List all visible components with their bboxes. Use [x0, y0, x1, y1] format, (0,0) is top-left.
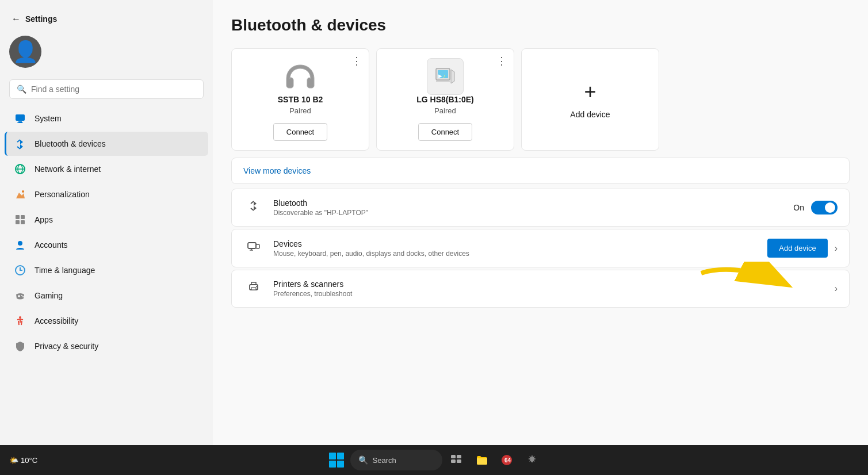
bluetooth-row-title: Bluetooth: [273, 198, 784, 208]
add-device-plus-icon: +: [584, 80, 596, 104]
search-box-icon: 🔍: [17, 85, 26, 94]
svg-text:64: 64: [504, 457, 511, 463]
taskbar-search-label: Search: [373, 456, 396, 465]
device-menu-dots-1[interactable]: ⋮: [351, 55, 362, 67]
add-device-label: Add device: [570, 110, 610, 119]
svg-rect-36: [457, 455, 461, 458]
sidebar-item-bluetooth[interactable]: Bluetooth & devices: [5, 132, 208, 156]
bluetooth-row-subtitle: Discoverable as "HP-LAPTOP": [273, 209, 784, 217]
device-card-media: ⋮ ▶ ♪ LG HS8(B1:0E) Paired Connect: [376, 48, 514, 151]
sidebar-item-accessibility-label: Accessibility: [35, 316, 78, 325]
devices-settings-row[interactable]: Devices Mouse, keyboard, pen, audio, dis…: [231, 229, 850, 267]
user-avatar-icon: 👤: [13, 40, 39, 64]
bluetooth-toggle-area: On: [793, 201, 838, 214]
task-view-button[interactable]: [445, 449, 468, 472]
bluetooth-settings-row: Bluetooth Discoverable as "HP-LAPTOP" On: [231, 189, 850, 227]
avatar: 👤: [9, 36, 41, 68]
sidebar-item-accessibility[interactable]: Accessibility: [5, 309, 208, 333]
sidebar: ← Settings 👤 🔍 System: [0, 0, 213, 475]
printers-row-title: Printers & scanners: [273, 279, 825, 289]
printers-settings-row[interactable]: Printers & scanners Preferences, trouble…: [231, 270, 850, 308]
sidebar-item-bluetooth-label: Bluetooth & devices: [35, 139, 106, 148]
svg-rect-38: [457, 459, 461, 463]
network-icon: [14, 163, 26, 175]
device-cards: ⋮ SSTB 10 B2 Paired Connect ⋮: [231, 48, 850, 151]
printers-row-icon: [243, 281, 264, 297]
bluetooth-icon: [14, 137, 26, 150]
svg-point-11: [18, 241, 22, 246]
back-button[interactable]: ← Settings: [5, 9, 64, 29]
add-device-card[interactable]: + Add device: [521, 48, 659, 151]
taskbar-left: 🌤️ 10°C: [9, 456, 37, 465]
settings-title: Settings: [25, 14, 57, 24]
sidebar-item-privacy[interactable]: Privacy & security: [5, 334, 208, 358]
sidebar-item-gaming[interactable]: Gaming: [5, 284, 208, 308]
device-2-status: Paired: [434, 106, 456, 115]
devices-row-chevron: ›: [835, 243, 838, 254]
svg-rect-9: [16, 220, 20, 224]
devices-row-subtitle: Mouse, keyboard, pen, audio, displays an…: [273, 250, 758, 258]
search-input[interactable]: [31, 85, 196, 94]
svg-rect-0: [16, 114, 25, 121]
svg-text:♪: ♪: [443, 74, 445, 79]
svg-point-33: [256, 286, 257, 287]
devices-row-icon: [243, 240, 264, 256]
view-more-devices-row[interactable]: View more devices: [231, 158, 850, 184]
sidebar-item-apps[interactable]: Apps: [5, 208, 208, 232]
back-arrow-icon: ←: [12, 14, 21, 24]
sidebar-item-gaming-label: Gaming: [35, 291, 63, 300]
device-menu-dots-2[interactable]: ⋮: [496, 55, 507, 67]
svg-rect-10: [21, 220, 25, 224]
svg-rect-2: [17, 122, 23, 123]
devices-row-content: Devices Mouse, keyboard, pen, audio, dis…: [273, 239, 758, 258]
media-device-icon: ▶ ♪: [427, 58, 464, 95]
accounts-icon: [14, 239, 26, 251]
settings-button[interactable]: [521, 449, 544, 472]
bluetooth-toggle[interactable]: [811, 201, 838, 214]
game-bar-button[interactable]: 64: [495, 449, 518, 472]
search-box[interactable]: 🔍: [9, 79, 204, 99]
devices-row-right: Add device ›: [767, 239, 838, 258]
device-1-status: Paired: [289, 106, 311, 115]
sidebar-item-accounts[interactable]: Accounts: [5, 233, 208, 257]
personalization-icon: [14, 188, 26, 201]
device-card-headphone: ⋮ SSTB 10 B2 Paired Connect: [231, 48, 369, 151]
page-title: Bluetooth & devices: [231, 16, 850, 35]
time-icon: [14, 264, 26, 277]
svg-marker-22: [451, 70, 454, 83]
main-content: Bluetooth & devices ⋮ SSTB 10 B2 Paired …: [213, 0, 868, 475]
svg-rect-31: [251, 282, 256, 285]
taskbar-search-icon: 🔍: [358, 455, 368, 465]
taskbar-center: 🔍 Search 64: [325, 449, 544, 472]
file-explorer-button[interactable]: [470, 449, 493, 472]
start-button[interactable]: [325, 449, 348, 472]
sidebar-item-system[interactable]: System: [5, 106, 208, 131]
svg-rect-7: [16, 215, 20, 219]
svg-rect-1: [18, 121, 22, 122]
sidebar-item-personalization[interactable]: Personalization: [5, 182, 208, 206]
apps-icon: [14, 213, 26, 226]
sidebar-item-apps-label: Apps: [35, 215, 53, 224]
gaming-icon: [14, 289, 26, 302]
sidebar-item-time[interactable]: Time & language: [5, 258, 208, 282]
sidebar-item-accounts-label: Accounts: [35, 240, 68, 250]
sidebar-item-network[interactable]: Network & internet: [5, 157, 208, 181]
devices-add-device-button[interactable]: Add device: [767, 239, 827, 258]
weather-icon: 🌤️: [9, 456, 18, 465]
svg-point-17: [21, 295, 22, 296]
printers-row-right: ›: [835, 284, 838, 294]
sidebar-item-network-label: Network & internet: [35, 164, 101, 174]
taskbar-search-bar[interactable]: 🔍 Search: [350, 450, 442, 470]
device-2-connect-button[interactable]: Connect: [418, 123, 472, 141]
printers-row-chevron: ›: [835, 284, 838, 294]
svg-point-19: [19, 316, 21, 319]
svg-rect-8: [21, 215, 25, 219]
headphone-device-icon: [282, 58, 319, 95]
taskbar: 🌤️ 10°C 🔍 Search: [0, 445, 868, 475]
view-more-devices-text: View more devices: [243, 166, 311, 175]
svg-rect-32: [251, 288, 256, 290]
device-1-connect-button[interactable]: Connect: [273, 123, 327, 141]
sidebar-item-time-label: Time & language: [35, 266, 95, 275]
sidebar-item-personalization-label: Personalization: [35, 190, 90, 199]
device-1-name: SSTB 10 B2: [278, 95, 323, 104]
